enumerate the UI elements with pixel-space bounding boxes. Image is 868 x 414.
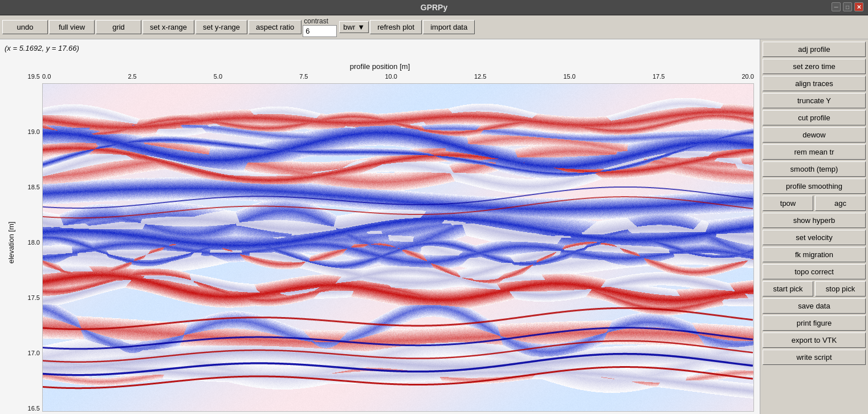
x-tick: 20.0 xyxy=(742,73,754,83)
dewow-button[interactable]: dewow xyxy=(763,127,866,143)
y-tick: 16.5 xyxy=(28,405,40,412)
chart-container: profile position [m] elevation [m] 19.5 … xyxy=(6,62,754,414)
y-axis-label-container: elevation [m] xyxy=(6,73,17,412)
close-button[interactable]: ✕ xyxy=(854,2,863,11)
x-tick: 17.5 xyxy=(653,73,665,83)
set-y-range-button[interactable]: set y-range xyxy=(195,20,247,34)
adj-profile-button[interactable]: adj profile xyxy=(763,42,866,57)
set-velocity-button[interactable]: set velocity xyxy=(763,230,866,245)
profile-smoothing-button[interactable]: profile smoothing xyxy=(763,178,866,194)
contrast-label: contrast xyxy=(304,17,328,25)
titlebar: GPRPy ─ □ ✕ xyxy=(0,0,868,15)
set-zero-time-button[interactable]: set zero time xyxy=(763,59,866,74)
save-data-button[interactable]: save data xyxy=(763,298,866,314)
tpow-button[interactable]: tpow xyxy=(763,196,813,211)
x-tick: 12.5 xyxy=(474,73,486,83)
import-data-button[interactable]: import data xyxy=(423,20,475,34)
y-ticks: 19.5 19.0 18.5 18.0 17.5 17.0 16.5 xyxy=(18,73,42,412)
grid-button[interactable]: grid xyxy=(96,20,141,34)
x-tick: 7.5 xyxy=(299,73,308,83)
align-traces-button[interactable]: align traces xyxy=(763,76,866,91)
bwr-arrow: ▼ xyxy=(357,23,365,31)
chart-inner: elevation [m] 19.5 19.0 18.5 18.0 17.5 1… xyxy=(6,73,754,412)
truncate-y-button[interactable]: truncate Y xyxy=(763,93,866,108)
write-script-button[interactable]: write script xyxy=(763,350,866,365)
toolbar: undo full view grid set x-range set y-ra… xyxy=(0,15,868,39)
agc-button[interactable]: agc xyxy=(815,196,866,211)
gpr-plot-canvas xyxy=(43,84,753,411)
undo-button[interactable]: undo xyxy=(2,20,48,34)
export-to-vtk-button[interactable]: export to VTK xyxy=(763,332,866,348)
y-tick: 19.5 xyxy=(28,73,40,80)
full-view-button[interactable]: full view xyxy=(49,20,95,34)
y-tick: 18.5 xyxy=(28,184,40,190)
x-axis-label: profile position [m] xyxy=(6,62,754,71)
x-tick: 5.0 xyxy=(214,73,222,83)
stop-pick-button[interactable]: stop pick xyxy=(815,281,866,297)
x-tick: 0.0 xyxy=(42,73,51,83)
y-tick: 19.0 xyxy=(28,128,40,135)
print-figure-button[interactable]: print figure xyxy=(763,315,866,331)
bwr-selector[interactable]: bwr ▼ xyxy=(339,21,369,33)
refresh-plot-button[interactable]: refresh plot xyxy=(370,20,422,34)
y-axis-label: elevation [m] xyxy=(7,221,16,263)
smooth-temp-button[interactable]: smooth (temp) xyxy=(763,161,866,177)
pick-row: start pick stop pick xyxy=(763,281,866,297)
bwr-label: bwr xyxy=(343,23,355,31)
plot-area: (x = 5.1692, y = 17.66) profile position… xyxy=(0,39,760,414)
coords-display: (x = 5.1692, y = 17.66) xyxy=(5,44,79,52)
fk-migration-button[interactable]: fk migration xyxy=(763,247,866,262)
contrast-group: contrast xyxy=(303,17,337,37)
y-tick: 18.0 xyxy=(28,239,40,246)
start-pick-button[interactable]: start pick xyxy=(763,281,813,297)
show-hyperb-button[interactable]: show hyperb xyxy=(763,213,866,228)
chart-canvas-wrapper xyxy=(42,83,754,412)
rem-mean-tr-button[interactable]: rem mean tr xyxy=(763,144,866,160)
y-tick: 17.0 xyxy=(28,350,40,356)
x-ticks: 0.0 2.5 5.0 7.5 10.0 12.5 15.0 17.5 20.0 xyxy=(42,73,754,83)
minimize-button[interactable]: ─ xyxy=(832,2,841,11)
tpow-agc-row: tpow agc xyxy=(763,196,866,211)
aspect-ratio-button[interactable]: aspect ratio xyxy=(248,20,301,34)
maximize-button[interactable]: □ xyxy=(843,2,852,11)
main-area: (x = 5.1692, y = 17.66) profile position… xyxy=(0,39,868,414)
x-tick: 2.5 xyxy=(128,73,136,83)
chart-with-xticks: 0.0 2.5 5.0 7.5 10.0 12.5 15.0 17.5 20.0 xyxy=(42,73,754,412)
topo-correct-button[interactable]: topo correct xyxy=(763,264,866,279)
window-controls: ─ □ ✕ xyxy=(832,2,863,11)
y-tick: 17.5 xyxy=(28,294,40,301)
cut-profile-button[interactable]: cut profile xyxy=(763,110,866,125)
sidebar: adj profile set zero time align traces t… xyxy=(760,39,868,414)
app-title: GPRPy xyxy=(421,3,447,12)
set-x-range-button[interactable]: set x-range xyxy=(142,20,194,34)
x-tick: 15.0 xyxy=(564,73,576,83)
contrast-input[interactable] xyxy=(303,25,337,37)
x-tick: 10.0 xyxy=(385,73,397,83)
